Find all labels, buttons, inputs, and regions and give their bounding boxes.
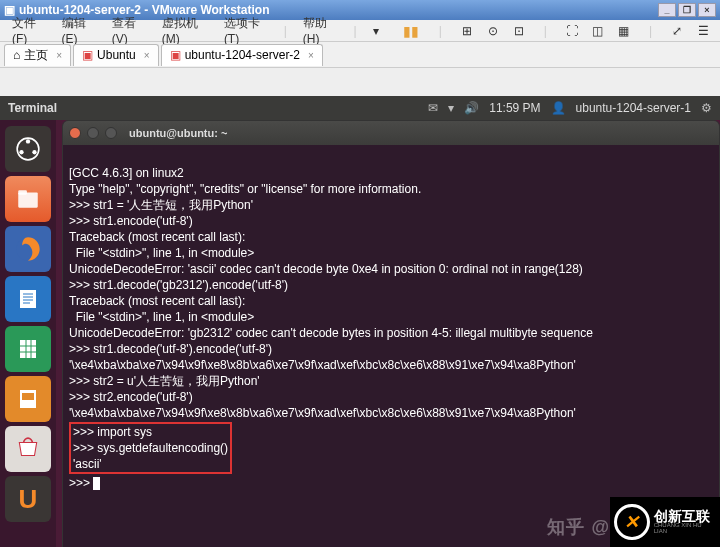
menu-dropdown[interactable]: ▾	[367, 22, 385, 40]
menu-vm[interactable]: 虚拟机(M)	[156, 13, 214, 48]
menu-file[interactable]: 文件(F)	[6, 13, 52, 48]
gear-icon[interactable]: ⚙	[701, 101, 712, 115]
svg-point-3	[32, 150, 36, 154]
writer-icon[interactable]	[5, 276, 51, 322]
brand-name: 创新互联	[654, 510, 716, 522]
term-line: Traceback (most recent call last):	[69, 230, 245, 244]
home-icon: ⌂	[13, 48, 20, 62]
term-minimize-icon[interactable]	[87, 127, 99, 139]
tab-label: Ubuntu	[97, 48, 136, 62]
active-app-label: Terminal	[8, 101, 57, 115]
term-close-icon[interactable]	[69, 127, 81, 139]
ubuntu-one-icon[interactable]: U	[5, 476, 51, 522]
dash-icon[interactable]	[5, 126, 51, 172]
menu-help[interactable]: 帮助(H)	[297, 13, 344, 48]
terminal-window[interactable]: ubuntu@ubuntu: ~ [GCC 4.6.3] on linux2 T…	[62, 120, 720, 547]
unity-launcher: U	[0, 120, 56, 547]
vm-icon: ▣	[82, 48, 93, 62]
term-line: 'ascii'	[73, 457, 102, 471]
toolbar-snapshot-icon[interactable]: ⊙	[482, 21, 504, 41]
svg-point-1	[26, 139, 30, 143]
terminal-body[interactable]: [GCC 4.6.3] on linux2 Type "help", "copy…	[63, 145, 719, 511]
watermark-text: 知乎 @	[547, 515, 610, 539]
term-line: File "<stdin>", line 1, in <module>	[69, 310, 254, 324]
cursor	[93, 477, 100, 490]
term-line: >>> sys.getdefaultencoding()	[73, 441, 228, 455]
user-icon: 👤	[551, 101, 566, 115]
menu-tabs[interactable]: 选项卡(T)	[218, 13, 274, 48]
menu-separator: |	[278, 22, 293, 40]
svg-rect-7	[20, 290, 36, 308]
tab-label: ubuntu-1204-server-2	[185, 48, 300, 62]
highlighted-block: >>> import sys >>> sys.getdefaultencodin…	[69, 422, 232, 474]
term-line: >>> import sys	[73, 425, 152, 439]
sound-icon[interactable]: 🔊	[464, 101, 479, 115]
ubuntu-desktop: U ubuntu@ubuntu: ~ [GCC 4.6.3] on linux2…	[0, 120, 720, 547]
term-line: >>> str1.decode('utf-8').encode('utf-8')	[69, 342, 272, 356]
term-line: [GCC 4.6.3] on linux2	[69, 166, 184, 180]
vm-viewport[interactable]: Terminal ✉ ▾ 🔊 11:59 PM 👤 ubuntu-1204-se…	[0, 96, 720, 547]
tab-bar: ⌂ 主页 × ▣ Ubuntu × ▣ ubuntu-1204-server-2…	[0, 42, 720, 68]
term-line: '\xe4\xba\xba\xe7\x94\x9f\xe8\x8b\xa6\xe…	[69, 358, 576, 372]
user-name[interactable]: ubuntu-1204-server-1	[576, 101, 691, 115]
calc-icon[interactable]	[5, 326, 51, 372]
menu-separator: |	[538, 22, 553, 40]
software-center-icon[interactable]	[5, 426, 51, 472]
brand-badge: ✕ 创新互联 CHUANG XIN HU LIAN	[610, 497, 720, 547]
term-line: >>> str2 = u'人生苦短，我用Python'	[69, 374, 260, 388]
menu-view[interactable]: 查看(V)	[106, 13, 152, 48]
clock[interactable]: 11:59 PM	[489, 101, 540, 115]
tab-ubuntu-server-2[interactable]: ▣ ubuntu-1204-server-2 ×	[161, 44, 323, 66]
menu-separator: |	[348, 22, 363, 40]
term-line: >>> str1.encode('utf-8')	[69, 214, 193, 228]
tab-home[interactable]: ⌂ 主页 ×	[4, 44, 71, 66]
ubuntu-top-panel: Terminal ✉ ▾ 🔊 11:59 PM 👤 ubuntu-1204-se…	[0, 96, 720, 120]
terminal-title: ubuntu@ubuntu: ~	[129, 127, 227, 139]
term-line: >>> str2.encode('utf-8')	[69, 390, 193, 404]
impress-icon[interactable]	[5, 376, 51, 422]
menu-separator: |	[643, 22, 658, 40]
svg-point-2	[19, 150, 23, 154]
close-button[interactable]: ×	[698, 3, 716, 17]
firefox-icon[interactable]	[5, 226, 51, 272]
svg-rect-4	[18, 193, 38, 208]
minimize-button[interactable]: _	[658, 3, 676, 17]
brand-logo-icon: ✕	[614, 504, 650, 540]
toolbar-thumbnail-icon[interactable]: ▦	[613, 21, 635, 41]
tab-label: 主页	[24, 47, 48, 64]
toolbar-pause-icon[interactable]: ▮▮	[397, 21, 425, 41]
term-line: '\xe4\xba\xba\xe7\x94\x9f\xe8\x8b\xa6\xe…	[69, 406, 576, 420]
tab-close-icon[interactable]: ×	[308, 50, 314, 61]
term-line: Traceback (most recent call last):	[69, 294, 245, 308]
mail-icon[interactable]: ✉	[428, 101, 438, 115]
maximize-button[interactable]: ❐	[678, 3, 696, 17]
term-line: UnicodeDecodeError: 'gb2312' codec can't…	[69, 326, 593, 340]
term-maximize-icon[interactable]	[105, 127, 117, 139]
menu-edit[interactable]: 编辑(E)	[56, 13, 102, 48]
vm-icon: ▣	[170, 48, 181, 62]
menu-bar: 文件(F) 编辑(E) 查看(V) 虚拟机(M) 选项卡(T) | 帮助(H) …	[0, 20, 720, 42]
tab-ubuntu[interactable]: ▣ Ubuntu ×	[73, 44, 159, 66]
toolbar-manage-icon[interactable]: ⊡	[508, 21, 530, 41]
term-line: File "<stdin>", line 1, in <module>	[69, 246, 254, 260]
tab-close-icon[interactable]: ×	[56, 50, 62, 61]
svg-rect-18	[22, 393, 34, 400]
network-icon[interactable]: ▾	[448, 101, 454, 115]
term-line: >>> str1.decode('gb2312').encode('utf-8'…	[69, 278, 288, 292]
svg-rect-5	[18, 190, 27, 194]
term-line: Type "help", "copyright", "credits" or "…	[69, 182, 421, 196]
svg-rect-12	[20, 340, 36, 358]
term-prompt: >>>	[69, 476, 93, 490]
term-line: >>> str1 = '人生苦短，我用Python'	[69, 198, 253, 212]
files-icon[interactable]	[5, 176, 51, 222]
toolbar-send-keys-icon[interactable]: ⊞	[456, 21, 478, 41]
toolbar-unity-icon[interactable]: ◫	[587, 21, 609, 41]
toolbar-library-icon[interactable]: ☰	[692, 21, 714, 41]
tab-close-icon[interactable]: ×	[144, 50, 150, 61]
toolbar-stretch-icon[interactable]: ⤢	[666, 21, 688, 41]
terminal-titlebar[interactable]: ubuntu@ubuntu: ~	[63, 121, 719, 145]
toolbar-fullscreen-icon[interactable]: ⛶	[561, 21, 583, 41]
term-line: UnicodeDecodeError: 'ascii' codec can't …	[69, 262, 583, 276]
menu-separator: |	[433, 22, 448, 40]
